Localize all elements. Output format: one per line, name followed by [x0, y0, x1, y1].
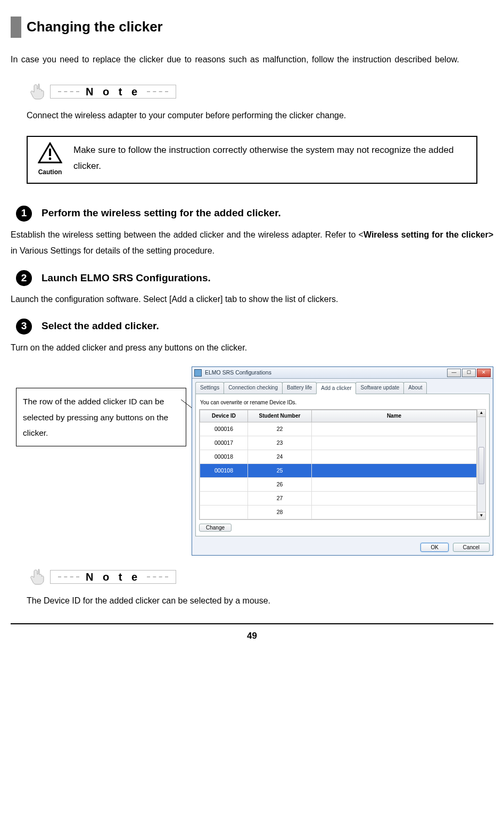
svg-rect-0: [49, 149, 51, 156]
window-titlebar[interactable]: ELMO SRS Configurations — ☐ ✕: [192, 367, 493, 379]
scrollbar[interactable]: ▲ ▼: [477, 410, 485, 519]
tab-software-update[interactable]: Software update: [356, 382, 404, 394]
note-strip: N o t e: [50, 85, 176, 99]
step-1-heading: 1 Perform the wireless setting for the a…: [16, 205, 493, 221]
cell-student-number[interactable]: 27: [248, 492, 312, 506]
step-2-title: Launch ELMO SRS Configurations.: [42, 270, 211, 286]
step-1-ref-link: Wireless setting for the clicker>: [363, 230, 493, 239]
cell-name[interactable]: [312, 464, 477, 478]
cell-student-number[interactable]: 22: [248, 422, 312, 436]
col-name[interactable]: Name: [312, 410, 477, 422]
step-3-heading: 3 Select the added clicker.: [16, 318, 493, 334]
note2-text: The Device ID for the added clicker can …: [27, 594, 493, 608]
step-number-3: 3: [16, 319, 32, 335]
caution-icon: [38, 142, 62, 168]
note-word: N o t e: [82, 83, 144, 100]
scroll-thumb[interactable]: [478, 447, 484, 484]
table-row[interactable]: 00001723: [200, 436, 477, 450]
step-number-1: 1: [16, 206, 32, 222]
scroll-up-button[interactable]: ▲: [477, 410, 485, 417]
hand-icon: [27, 81, 48, 102]
table-row[interactable]: 27: [200, 492, 477, 506]
col-device-id[interactable]: Device ID: [200, 410, 248, 422]
cell-device-id[interactable]: [200, 478, 248, 492]
cell-name[interactable]: [312, 422, 477, 436]
tabs-row: Settings Connection checking Battery lif…: [192, 379, 493, 394]
clicker-table[interactable]: Device ID Student Number Name 0000162200…: [200, 410, 477, 519]
step-1-title: Perform the wireless setting for the add…: [42, 205, 281, 221]
step-2-body: Launch the configuration software. Selec…: [11, 291, 493, 307]
cell-student-number[interactable]: 25: [248, 464, 312, 478]
table-row[interactable]: 00010825: [200, 464, 477, 478]
table-row[interactable]: 28: [200, 506, 477, 519]
step-2-heading: 2 Launch ELMO SRS Configurations.: [16, 270, 493, 286]
table-row[interactable]: 00001622: [200, 422, 477, 436]
app-icon: [194, 369, 202, 377]
tab-about[interactable]: About: [403, 382, 427, 394]
callout-box: The row of the added clicker ID can be s…: [16, 388, 186, 446]
cell-student-number[interactable]: 24: [248, 450, 312, 464]
section-heading: Changing the clicker: [11, 16, 493, 38]
col-student-number[interactable]: Student Number: [248, 410, 312, 422]
cell-name[interactable]: [312, 492, 477, 506]
hand-icon: [27, 566, 48, 588]
svg-point-1: [49, 157, 52, 160]
minimize-button[interactable]: —: [447, 369, 461, 377]
note1-text: Connect the wireless adapter to your com…: [27, 109, 493, 123]
cell-device-id[interactable]: [200, 492, 248, 506]
close-button[interactable]: ✕: [477, 369, 491, 377]
cell-device-id[interactable]: 000017: [200, 436, 248, 450]
note-label: N o t e: [27, 81, 493, 102]
table-row[interactable]: 26: [200, 478, 477, 492]
step-number-2: 2: [16, 270, 32, 286]
maximize-button[interactable]: ☐: [462, 369, 476, 377]
step-3-title: Select the added clicker.: [42, 318, 159, 334]
footer-rule: [11, 623, 493, 624]
change-button[interactable]: Change: [199, 524, 232, 532]
screenshot-area: The row of the added clicker ID can be s…: [11, 366, 493, 556]
step-3-body: Turn on the added clicker and press any …: [11, 340, 493, 356]
cell-student-number[interactable]: 28: [248, 506, 312, 519]
note-word: N o t e: [82, 568, 144, 585]
cell-student-number[interactable]: 23: [248, 436, 312, 450]
cell-device-id[interactable]: 000018: [200, 450, 248, 464]
cell-name[interactable]: [312, 450, 477, 464]
note-strip: N o t e: [50, 570, 176, 584]
cell-name[interactable]: [312, 478, 477, 492]
app-window: ELMO SRS Configurations — ☐ ✕ Settings C…: [192, 366, 493, 556]
step-1-body-post: in Various Settings for details of the s…: [11, 246, 214, 255]
step-1-body-pre: Establish the wireless setting between t…: [11, 230, 363, 239]
ok-button[interactable]: OK: [420, 543, 448, 552]
scroll-down-button[interactable]: ▼: [477, 512, 485, 519]
tab-add-a-clicker[interactable]: Add a clicker: [316, 382, 356, 394]
note-label-2: N o t e: [27, 566, 493, 588]
intro-paragraph: In case you need to replace the clicker …: [11, 52, 493, 68]
tab-battery-life[interactable]: Battery life: [282, 382, 317, 394]
cell-device-id[interactable]: [200, 506, 248, 519]
cell-device-id[interactable]: 000016: [200, 422, 248, 436]
caution-text: Make sure to follow the instruction corr…: [73, 142, 469, 175]
tab-connection-checking[interactable]: Connection checking: [224, 382, 283, 394]
cell-name[interactable]: [312, 436, 477, 450]
cell-name[interactable]: [312, 506, 477, 519]
cancel-button[interactable]: Cancel: [453, 543, 490, 552]
tab-content: You can overwrite or rename Device IDs. …: [195, 394, 490, 536]
caution-label: Caution: [38, 167, 62, 177]
heading-title: Changing the clicker: [27, 16, 163, 38]
window-title: ELMO SRS Configurations: [205, 368, 447, 377]
page-number: 49: [11, 629, 493, 643]
table-row[interactable]: 00001824: [200, 450, 477, 464]
heading-marker: [11, 17, 21, 38]
cell-device-id[interactable]: 000108: [200, 464, 248, 478]
tab-settings[interactable]: Settings: [195, 382, 224, 394]
cell-student-number[interactable]: 26: [248, 478, 312, 492]
tab-instruction: You can overwrite or rename Device IDs.: [200, 398, 486, 407]
caution-box: Caution Make sure to follow the instruct…: [27, 136, 477, 184]
step-1-body: Establish the wireless setting between t…: [11, 227, 493, 259]
